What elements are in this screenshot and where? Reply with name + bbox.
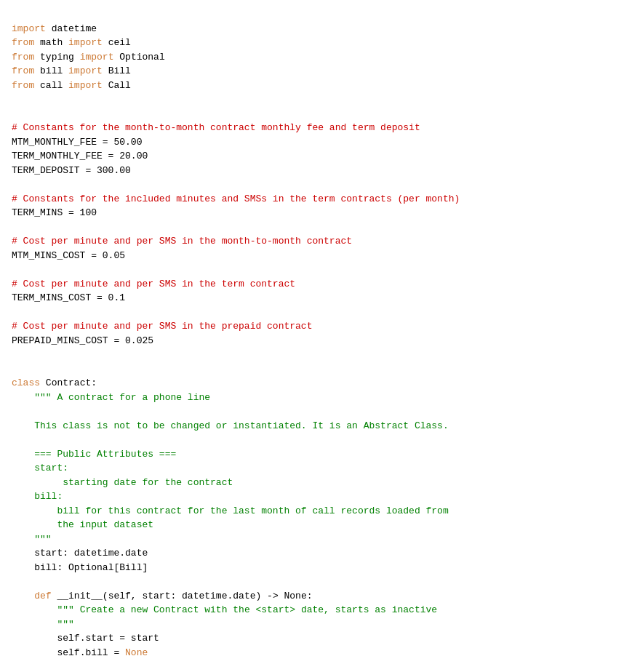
code-line-1: import datetime from math import ceil fr… [12,23,460,658]
code-editor: import datetime from math import ceil fr… [12,7,620,660]
